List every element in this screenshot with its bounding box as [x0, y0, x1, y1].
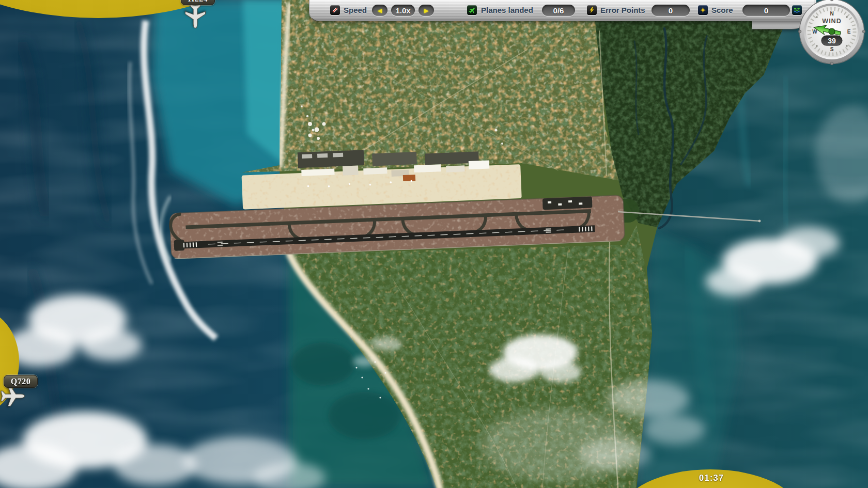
needle-pivot — [829, 28, 835, 35]
score-value: 0 — [742, 5, 790, 16]
flight-callsign: H224 — [188, 0, 208, 4]
svg-text:N: N — [830, 11, 833, 17]
speed-value: 1.0x — [391, 5, 415, 16]
countdown-timer: 01:37 — [680, 473, 742, 483]
error-points-label: Error Points — [600, 6, 645, 14]
svg-text:E: E — [847, 29, 851, 35]
svg-text:S: S — [830, 46, 834, 52]
star-icon — [698, 5, 708, 15]
aircraft-h224[interactable] — [184, 3, 207, 29]
svg-text:W: W — [812, 29, 817, 35]
wind-title: WIND — [822, 18, 841, 25]
airplane-icon — [184, 3, 207, 29]
flight-label-q720: Q720 — [4, 375, 38, 388]
flight-label-h224: H224 — [181, 0, 215, 5]
planes-landed-value: 0/6 — [542, 5, 575, 16]
wind-gauge: N E S W WIND 39 — [798, 0, 866, 68]
plane-icon — [467, 5, 477, 15]
speed-arrow-icon — [330, 5, 340, 15]
score-label: Score — [711, 6, 733, 14]
satellite-map[interactable] — [0, 0, 868, 488]
speed-increase-button[interactable]: ▶ — [419, 5, 434, 16]
flight-callsign: Q720 — [11, 377, 30, 386]
error-points-value: 0 — [652, 5, 690, 16]
hud-toolbar: Speed ◀ 1.0x ▶ Planes landed 0/6 Error P… — [309, 0, 814, 21]
speed-decrease-button[interactable]: ◀ — [372, 5, 388, 16]
game-stage: H224 Q720 Speed ◀ 1.0x ▶ Planes lande — [0, 0, 868, 488]
wind-speed-value: 39 — [828, 37, 836, 45]
aircraft-q720[interactable] — [0, 385, 25, 407]
airplane-icon — [0, 385, 25, 407]
planes-landed-label: Planes landed — [481, 6, 533, 14]
lightning-icon — [587, 5, 597, 15]
speed-label: Speed — [344, 6, 367, 14]
